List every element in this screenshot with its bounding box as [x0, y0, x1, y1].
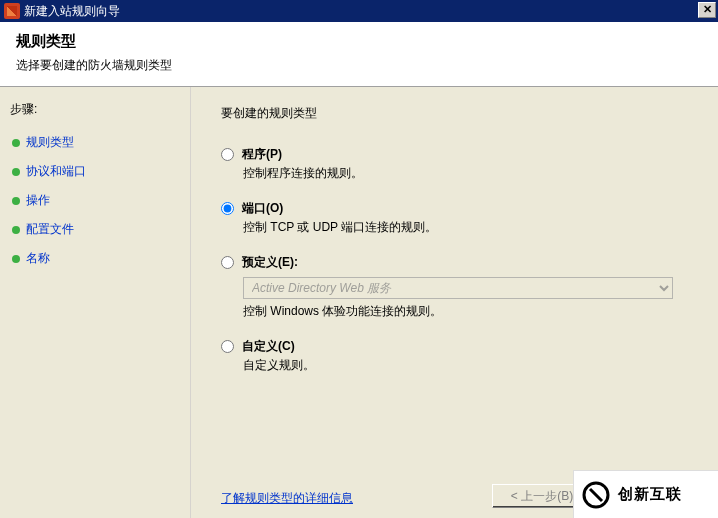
- bullet-icon: [12, 226, 20, 234]
- step-label: 操作: [26, 192, 50, 209]
- page-title: 规则类型: [16, 32, 702, 51]
- steps-heading: 步骤:: [10, 101, 180, 118]
- step-rule-type[interactable]: 规则类型: [10, 128, 180, 157]
- option-program: 程序(P) 控制程序连接的规则。: [221, 146, 698, 182]
- predefined-select[interactable]: Active Directory Web 服务: [243, 277, 673, 299]
- step-label: 规则类型: [26, 134, 74, 151]
- option-predefined: 预定义(E): Active Directory Web 服务 控制 Windo…: [221, 254, 698, 320]
- option-custom: 自定义(C) 自定义规则。: [221, 338, 698, 374]
- option-label: 端口(O): [242, 200, 283, 217]
- step-profile[interactable]: 配置文件: [10, 215, 180, 244]
- radio-predefined[interactable]: [221, 256, 234, 269]
- step-label: 名称: [26, 250, 50, 267]
- firewall-icon: [4, 3, 20, 19]
- step-label: 配置文件: [26, 221, 74, 238]
- radio-program[interactable]: [221, 148, 234, 161]
- help-link[interactable]: 了解规则类型的详细信息: [221, 491, 353, 505]
- svg-line-0: [590, 489, 602, 501]
- watermark: 创新互联: [573, 470, 718, 518]
- bullet-icon: [12, 197, 20, 205]
- option-desc: 控制 TCP 或 UDP 端口连接的规则。: [243, 219, 698, 236]
- bullet-icon: [12, 168, 20, 176]
- content-prompt: 要创建的规则类型: [221, 105, 698, 122]
- option-desc: 自定义规则。: [243, 357, 698, 374]
- option-label: 预定义(E):: [242, 254, 298, 271]
- window-title: 新建入站规则向导: [24, 3, 120, 20]
- bullet-icon: [12, 139, 20, 147]
- steps-sidebar: 步骤: 规则类型 协议和端口 操作 配置文件 名称: [0, 87, 190, 518]
- watermark-logo-icon: [580, 479, 612, 511]
- step-action[interactable]: 操作: [10, 186, 180, 215]
- option-label: 程序(P): [242, 146, 282, 163]
- close-button[interactable]: ✕: [698, 2, 716, 18]
- wizard-header: 规则类型 选择要创建的防火墙规则类型: [0, 22, 718, 87]
- wizard-main: 步骤: 规则类型 协议和端口 操作 配置文件 名称 要创建的规则类型 程序(: [0, 87, 718, 518]
- step-name[interactable]: 名称: [10, 244, 180, 273]
- option-desc: 控制 Windows 体验功能连接的规则。: [243, 303, 698, 320]
- option-desc: 控制程序连接的规则。: [243, 165, 698, 182]
- step-protocol-port[interactable]: 协议和端口: [10, 157, 180, 186]
- bullet-icon: [12, 255, 20, 263]
- option-port: 端口(O) 控制 TCP 或 UDP 端口连接的规则。: [221, 200, 698, 236]
- radio-custom[interactable]: [221, 340, 234, 353]
- page-subtitle: 选择要创建的防火墙规则类型: [16, 57, 702, 74]
- wizard-content: 要创建的规则类型 程序(P) 控制程序连接的规则。 端口(O) 控制 TCP 或…: [190, 87, 718, 518]
- step-label: 协议和端口: [26, 163, 86, 180]
- radio-port[interactable]: [221, 202, 234, 215]
- titlebar: 新建入站规则向导 ✕: [0, 0, 718, 22]
- option-label: 自定义(C): [242, 338, 295, 355]
- watermark-text: 创新互联: [618, 485, 682, 504]
